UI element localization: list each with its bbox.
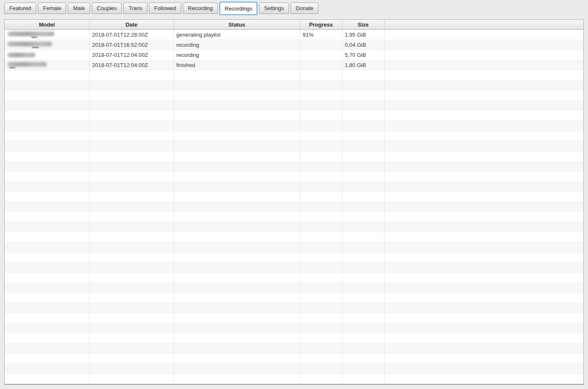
tab-settings[interactable]: Settings <box>259 3 289 14</box>
empty-cell <box>300 151 342 161</box>
empty-cell <box>384 131 583 141</box>
empty-cell <box>5 182 89 192</box>
empty-cell <box>342 364 384 374</box>
empty-cell <box>300 182 342 192</box>
empty-cell <box>384 202 583 212</box>
empty-cell <box>300 293 342 303</box>
tab-recording[interactable]: Recording <box>183 3 218 14</box>
tab-trans[interactable]: Trans <box>123 3 147 14</box>
empty-cell <box>5 131 89 141</box>
empty-row <box>5 354 583 364</box>
empty-cell <box>89 161 174 172</box>
table-row[interactable]: 2018-07-01T12:04:00Zrecording5,70 GiB <box>5 50 583 60</box>
tab-male[interactable]: Male <box>68 3 90 14</box>
empty-cell <box>5 283 89 293</box>
tab-followed[interactable]: Followed <box>149 3 181 14</box>
empty-cell <box>384 101 583 111</box>
empty-cell <box>5 232 89 242</box>
empty-cell <box>384 303 583 313</box>
cell-date: 2018-07-01T12:04:00Z <box>89 50 174 60</box>
empty-cell <box>89 313 174 323</box>
empty-cell <box>300 242 342 252</box>
empty-cell <box>89 91 174 101</box>
empty-cell <box>342 222 384 232</box>
empty-cell <box>342 91 384 101</box>
column-header-progress[interactable]: Progress <box>300 20 342 30</box>
empty-row <box>5 333 583 343</box>
empty-cell <box>89 263 174 273</box>
empty-cell <box>5 151 89 161</box>
empty-row <box>5 222 583 232</box>
empty-cell <box>89 192 174 202</box>
cell-model <box>5 30 89 40</box>
cell-progress <box>300 50 342 60</box>
empty-cell <box>89 222 174 232</box>
empty-cell <box>384 141 583 151</box>
empty-cell <box>384 364 583 374</box>
cell-date: 2018-07-01T16:52:00Z <box>89 40 174 50</box>
column-header-size[interactable]: Size <box>342 20 384 30</box>
tab-featured[interactable]: Featured <box>4 3 36 14</box>
tab-label: Female <box>43 5 61 11</box>
empty-cell <box>89 303 174 313</box>
empty-cell <box>89 354 174 364</box>
empty-cell <box>300 313 342 323</box>
empty-row <box>5 252 583 263</box>
empty-cell <box>5 111 89 121</box>
tab-recordings[interactable]: Recordings <box>219 2 257 15</box>
empty-cell <box>342 121 384 131</box>
tab-female[interactable]: Female <box>38 3 66 14</box>
column-header-status[interactable]: Status <box>174 20 300 30</box>
column-header-date[interactable]: Date <box>89 20 174 30</box>
tab-donate[interactable]: Donate <box>291 3 318 14</box>
empty-cell <box>300 70 342 80</box>
empty-cell <box>342 131 384 141</box>
empty-cell <box>174 232 300 242</box>
empty-cell <box>384 111 583 121</box>
column-header-model[interactable]: Model <box>5 20 89 30</box>
empty-cell <box>174 182 300 192</box>
cell-status: finished <box>174 60 300 70</box>
empty-cell <box>89 343 174 354</box>
empty-row <box>5 70 583 80</box>
empty-cell <box>5 273 89 283</box>
empty-row <box>5 303 583 313</box>
cell-filler <box>384 60 583 70</box>
tab-couples[interactable]: Couples <box>92 3 122 14</box>
empty-row <box>5 343 583 354</box>
empty-cell <box>89 364 174 374</box>
empty-cell <box>384 161 583 172</box>
empty-cell <box>300 232 342 242</box>
model-name-blur <box>8 53 35 57</box>
empty-cell <box>300 121 342 131</box>
column-header-filler <box>384 20 583 30</box>
tab-label: Settings <box>264 5 284 11</box>
empty-cell <box>384 323 583 333</box>
empty-cell <box>342 70 384 80</box>
empty-cell <box>300 323 342 333</box>
empty-cell <box>5 141 89 151</box>
empty-cell <box>384 283 583 293</box>
cell-status: recording <box>174 40 300 50</box>
empty-cell <box>174 333 300 343</box>
empty-cell <box>5 121 89 131</box>
empty-cell <box>174 202 300 212</box>
empty-cell <box>384 121 583 131</box>
empty-cell <box>342 374 384 384</box>
empty-cell <box>89 101 174 111</box>
cell-status: generating playlist <box>174 30 300 40</box>
tab-label: Male <box>73 5 85 11</box>
empty-row <box>5 161 583 172</box>
empty-cell <box>342 273 384 283</box>
empty-cell <box>300 273 342 283</box>
empty-cell <box>89 242 174 252</box>
cell-filler <box>384 50 583 60</box>
empty-cell <box>300 343 342 354</box>
empty-cell <box>300 101 342 111</box>
empty-cell <box>384 151 583 161</box>
empty-row <box>5 111 583 121</box>
table-row[interactable]: 2018-07-01T16:52:00Zrecording0,04 GiB <box>5 40 583 50</box>
table-row[interactable]: 2018-07-01T12:04:00Zfinished1,80 GiB <box>5 60 583 70</box>
table-row[interactable]: 2018-07-01T12:28:00Zgenerating playlist9… <box>5 30 583 40</box>
empty-cell <box>174 273 300 283</box>
